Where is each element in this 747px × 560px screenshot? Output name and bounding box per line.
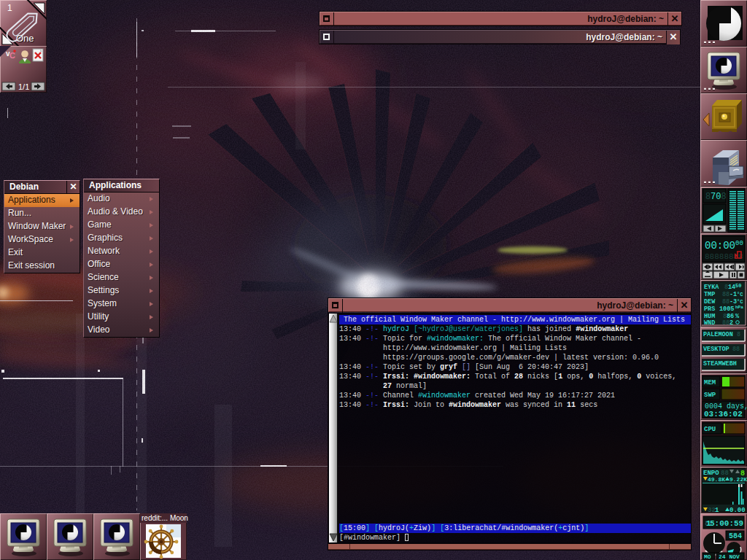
svg-text:EYKA: EYKA xyxy=(704,284,719,291)
svg-text:hPa: hPa xyxy=(735,305,743,310)
svg-text:00: 00 xyxy=(735,240,743,247)
svg-text:C: C xyxy=(9,51,15,60)
svg-text:1005: 1005 xyxy=(719,306,734,313)
svg-text:1: 1 xyxy=(715,507,719,513)
svg-text:8: 8 xyxy=(737,331,740,338)
svg-text:WND: WND xyxy=(704,319,715,327)
svg-text:8: 8 xyxy=(721,192,727,202)
svg-text:2: 2 xyxy=(729,319,733,327)
svg-text:TMP: TMP xyxy=(704,291,715,298)
svg-text:584: 584 xyxy=(729,532,742,540)
svg-text:1: 1 xyxy=(7,3,12,13)
svg-text:MEM: MEM xyxy=(704,379,716,386)
svg-text:49.8K: 49.8K xyxy=(708,476,725,483)
svg-text:°C: °C xyxy=(737,299,743,305)
svg-text:5:00:59: 5:00:59 xyxy=(710,519,743,528)
svg-text:50: 50 xyxy=(735,283,741,289)
svg-text:9.22K: 9.22K xyxy=(729,476,747,483)
svg-text:One: One xyxy=(16,33,34,44)
svg-text:88: 88 xyxy=(722,298,729,306)
svg-text:0.00: 0.00 xyxy=(729,507,746,513)
svg-text:03:36:02: 03:36:02 xyxy=(704,410,743,419)
svg-text:70: 70 xyxy=(711,192,721,202)
svg-text:PALEMOON: PALEMOON xyxy=(703,331,733,338)
svg-text:°C: °C xyxy=(737,292,743,298)
svg-text:CPU: CPU xyxy=(704,426,716,433)
svg-text:88: 88 xyxy=(732,346,740,353)
svg-text:MO: MO xyxy=(704,553,711,560)
svg-text:DEW: DEW xyxy=(704,298,716,306)
svg-text:-1: -1 xyxy=(729,291,737,298)
svg-text:VESKTOP: VESKTOP xyxy=(703,346,729,353)
svg-text:14: 14 xyxy=(728,284,735,291)
svg-text:88: 88 xyxy=(722,319,729,327)
svg-text:1/1: 1/1 xyxy=(18,82,29,91)
svg-text:00:00: 00:00 xyxy=(705,240,735,252)
svg-text:%: % xyxy=(735,313,740,320)
svg-text:STEAMWEBH: STEAMWEBH xyxy=(703,360,737,368)
svg-text:SWP: SWP xyxy=(704,392,716,399)
svg-text:24 NOV: 24 NOV xyxy=(719,553,740,560)
svg-text:88: 88 xyxy=(722,291,729,298)
svg-text:PRS: PRS xyxy=(704,306,715,313)
